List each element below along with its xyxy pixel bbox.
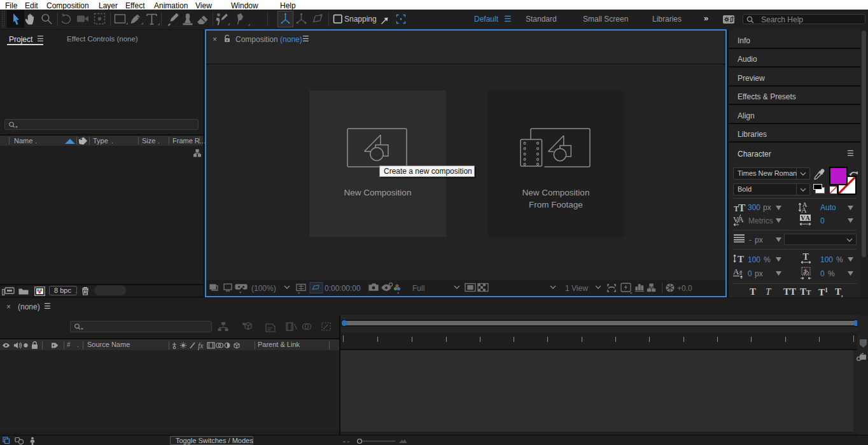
svg-text:A: A bbox=[801, 206, 807, 213]
svg-text:T: T bbox=[803, 253, 809, 262]
svg-text:fx: fx bbox=[198, 341, 204, 350]
svg-text:A: A bbox=[738, 215, 744, 224]
svg-text:a: a bbox=[739, 268, 742, 274]
svg-text:A: A bbox=[806, 215, 811, 222]
svg-text:A: A bbox=[733, 267, 739, 276]
svg-text:あ: あ bbox=[803, 268, 809, 275]
svg-text:T: T bbox=[738, 254, 744, 264]
svg-text:T: T bbox=[738, 202, 746, 212]
